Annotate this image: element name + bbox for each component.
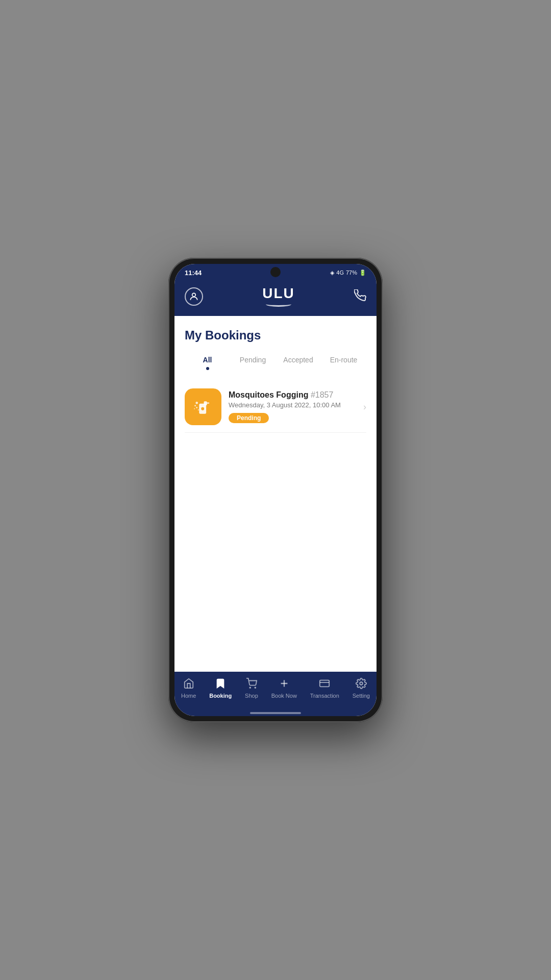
svg-point-14 [249, 687, 251, 688]
battery-indicator: 🔋 [359, 270, 366, 276]
svg-point-6 [194, 408, 195, 409]
tabs-bar: All Pending Accepted En-route [185, 352, 366, 369]
booking-service-icon [185, 388, 221, 425]
logo-arc [266, 302, 291, 307]
nav-home-label: Home [181, 693, 196, 699]
bottom-navigation: Home Booking Shop [174, 672, 377, 709]
phone-frame: 11:44 ◈ 4G 77% 🔋 ULU [168, 258, 383, 722]
camera-notch [270, 267, 281, 277]
svg-point-15 [255, 687, 256, 688]
tab-all[interactable]: All [185, 352, 230, 368]
status-time: 11:44 [185, 269, 202, 277]
svg-point-20 [360, 682, 363, 685]
nav-booking[interactable]: Booking [205, 676, 236, 701]
main-content: My Bookings All Pending Accepted En-rout… [174, 316, 377, 672]
booking-number: #1857 [311, 390, 334, 399]
plus-icon [279, 678, 290, 691]
nav-booking-label: Booking [209, 693, 232, 699]
home-indicator-bar [174, 709, 377, 716]
tab-enroute-label: En-route [330, 356, 358, 364]
booking-date: Wednesday, 3 August 2022, 10:00 AM [229, 401, 356, 409]
tab-accepted-label: Accepted [283, 356, 313, 364]
nav-shop[interactable]: Shop [241, 676, 262, 701]
nav-transaction[interactable]: Transaction [306, 676, 343, 701]
home-icon [183, 678, 194, 691]
nav-transaction-label: Transaction [310, 693, 339, 699]
network-icon: 4G [336, 270, 344, 276]
shop-icon [246, 678, 257, 691]
header: ULU [174, 280, 377, 316]
booking-name: Mosquitoes Fogging #1857 [229, 390, 356, 400]
nav-shop-label: Shop [245, 693, 258, 699]
nav-setting-label: Setting [353, 693, 370, 699]
tab-all-label: All [203, 356, 212, 364]
svg-point-7 [196, 407, 197, 408]
svg-point-4 [195, 402, 198, 404]
nav-home[interactable]: Home [177, 676, 200, 701]
tab-pending[interactable]: Pending [230, 352, 276, 368]
signal-icon: ◈ [330, 270, 334, 276]
nav-setting[interactable]: Setting [348, 676, 374, 701]
bookmark-icon [215, 678, 226, 691]
svg-point-8 [198, 409, 199, 410]
battery-icon: 77% [346, 270, 357, 276]
app-logo: ULU [262, 286, 295, 307]
phone-button[interactable] [354, 289, 366, 304]
tab-enroute[interactable]: En-route [321, 352, 366, 368]
booking-info: Mosquitoes Fogging #1857 Wednesday, 3 Au… [229, 390, 356, 423]
tab-accepted[interactable]: Accepted [276, 352, 321, 368]
svg-point-5 [194, 405, 196, 406]
transaction-icon [319, 678, 330, 691]
tab-pending-label: Pending [240, 356, 266, 364]
svg-rect-3 [206, 403, 209, 404]
page-title: My Bookings [185, 328, 366, 342]
profile-button[interactable] [185, 287, 203, 306]
booking-status-badge: Pending [229, 413, 269, 423]
booking-chevron-icon: › [363, 402, 366, 412]
home-indicator [250, 712, 301, 714]
nav-book-now-label: Book Now [271, 693, 297, 699]
status-icons: ◈ 4G 77% 🔋 [330, 270, 366, 276]
phone-screen: 11:44 ◈ 4G 77% 🔋 ULU [174, 264, 377, 716]
svg-rect-18 [320, 680, 329, 687]
nav-book-now[interactable]: Book Now [267, 676, 301, 701]
svg-point-0 [192, 293, 196, 297]
setting-icon [356, 678, 367, 691]
svg-point-9 [201, 407, 204, 410]
booking-card[interactable]: Mosquitoes Fogging #1857 Wednesday, 3 Au… [185, 381, 366, 433]
logo-text: ULU [262, 286, 295, 301]
